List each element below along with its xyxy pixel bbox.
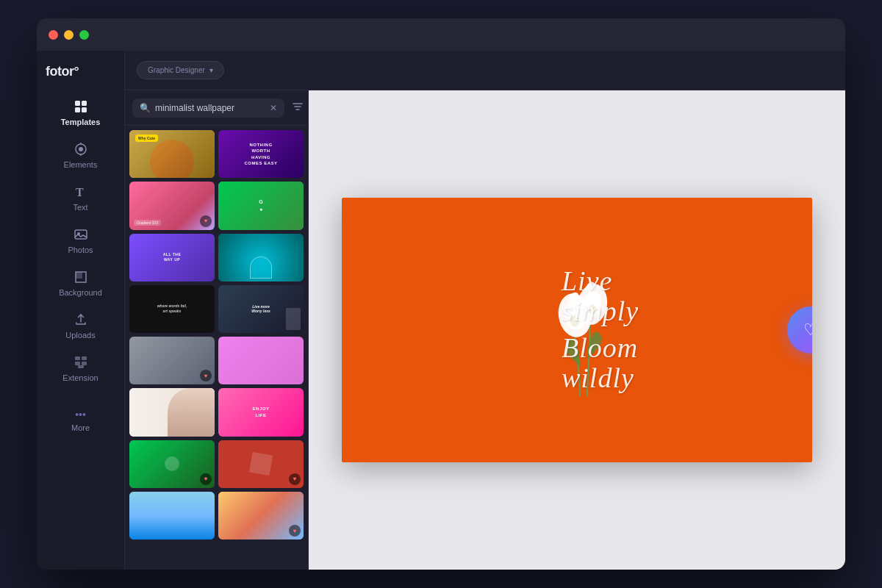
- heart-icon: ♡: [803, 320, 812, 340]
- sidebar-item-elements[interactable]: Elements: [37, 134, 124, 176]
- canvas-text-line4: wildly: [562, 360, 634, 396]
- search-input[interactable]: [155, 103, 265, 113]
- sidebar: fotor° Templates: [37, 51, 125, 570]
- sidebar-item-background[interactable]: Background: [37, 262, 124, 304]
- clear-search-button[interactable]: ✕: [270, 103, 277, 113]
- photos-label: Photos: [68, 245, 93, 254]
- svg-text:T: T: [76, 186, 84, 198]
- template-card[interactable]: ♥: [218, 440, 304, 488]
- svg-rect-14: [82, 362, 87, 365]
- svg-point-5: [79, 147, 83, 151]
- svg-rect-15: [78, 365, 84, 368]
- extension-icon: [73, 354, 89, 370]
- svg-rect-1: [82, 101, 87, 106]
- uploads-icon: [73, 312, 89, 328]
- svg-rect-13: [75, 362, 80, 365]
- elements-icon: [73, 141, 89, 157]
- favorite-button[interactable]: ♡: [787, 306, 812, 354]
- svg-rect-11: [75, 356, 80, 360]
- graphic-designer-dropdown[interactable]: Graphic Designer ▾: [137, 61, 224, 79]
- text-label: Text: [73, 203, 87, 212]
- sidebar-item-text[interactable]: T Text: [37, 176, 124, 219]
- titlebar: [37, 18, 845, 51]
- svg-rect-0: [75, 101, 80, 106]
- canvas-text-line2: simply: [562, 294, 639, 330]
- dropdown-chevron-icon: ▾: [209, 66, 213, 74]
- canvas-text: Live simply Bloom wildly: [562, 263, 639, 397]
- maximize-button[interactable]: [79, 30, 89, 40]
- template-card[interactable]: ♥: [218, 492, 304, 539]
- sidebar-item-uploads[interactable]: Uploads: [37, 304, 124, 347]
- filter-button[interactable]: [289, 98, 306, 118]
- template-card[interactable]: Live moreWorry less: [218, 285, 304, 333]
- extension-label: Extension: [62, 373, 98, 382]
- content-area: 🔍 ✕: [125, 90, 845, 570]
- photos-icon: [73, 226, 89, 243]
- background-icon: [73, 269, 89, 285]
- templates-label: Templates: [61, 118, 101, 126]
- logo-area: fotor°: [37, 57, 124, 91]
- template-card[interactable]: ♥: [129, 440, 215, 488]
- templates-grid: Why Cute NOTHINGWORTHHAVINGCOMES EASY Gr…: [125, 126, 308, 570]
- template-card[interactable]: [129, 492, 215, 539]
- logo-text: fotor°: [46, 64, 79, 79]
- template-card[interactable]: NOTHINGWORTHHAVINGCOMES EASY: [218, 130, 304, 178]
- sidebar-item-extension[interactable]: Extension: [37, 347, 124, 390]
- search-icon: 🔍: [140, 103, 151, 113]
- templates-icon: [73, 98, 89, 115]
- app-body: fotor° Templates: [37, 51, 845, 570]
- svg-rect-9: [75, 230, 87, 239]
- canvas-area: Live simply Bloom wildly ♡: [309, 90, 845, 570]
- template-card[interactable]: ♥: [129, 337, 215, 384]
- uploads-label: Uploads: [65, 331, 95, 340]
- template-card[interactable]: [129, 388, 215, 436]
- template-card[interactable]: ENJOYLIFE: [218, 388, 304, 436]
- svg-rect-3: [82, 107, 87, 112]
- template-card[interactable]: where words fail,art speaks: [129, 285, 215, 333]
- sidebar-item-photos[interactable]: Photos: [37, 219, 124, 262]
- canvas-frame[interactable]: Live simply Bloom wildly ♡: [342, 198, 812, 462]
- text-icon: T: [73, 184, 89, 200]
- template-card[interactable]: Why Cute: [129, 130, 215, 178]
- dropdown-label: Graphic Designer: [148, 66, 205, 74]
- app-window: fotor° Templates: [37, 18, 845, 570]
- more-label: More: [71, 423, 90, 432]
- svg-rect-2: [75, 107, 80, 112]
- template-card[interactable]: ALL THEWAY UP: [129, 234, 215, 282]
- toolbar: Graphic Designer ▾: [125, 51, 845, 90]
- sidebar-item-more[interactable]: ••• More: [37, 395, 124, 440]
- template-card[interactable]: Gradient 333 ♥: [129, 182, 215, 229]
- template-card[interactable]: G●: [218, 182, 304, 229]
- sidebar-item-templates[interactable]: Templates: [37, 91, 124, 134]
- traffic-lights: [49, 30, 89, 40]
- search-input-wrap: 🔍 ✕: [132, 98, 284, 118]
- more-dots-icon: •••: [75, 409, 86, 420]
- search-bar: 🔍 ✕: [125, 90, 308, 126]
- template-card[interactable]: [218, 337, 304, 384]
- elements-label: Elements: [64, 160, 98, 169]
- template-card[interactable]: [218, 234, 304, 282]
- background-label: Background: [59, 288, 102, 297]
- minimize-button[interactable]: [64, 30, 74, 40]
- main-area: Graphic Designer ▾ 🔍 ✕: [125, 51, 845, 570]
- svg-rect-12: [82, 356, 87, 360]
- close-button[interactable]: [49, 30, 58, 40]
- templates-panel: 🔍 ✕: [125, 90, 309, 570]
